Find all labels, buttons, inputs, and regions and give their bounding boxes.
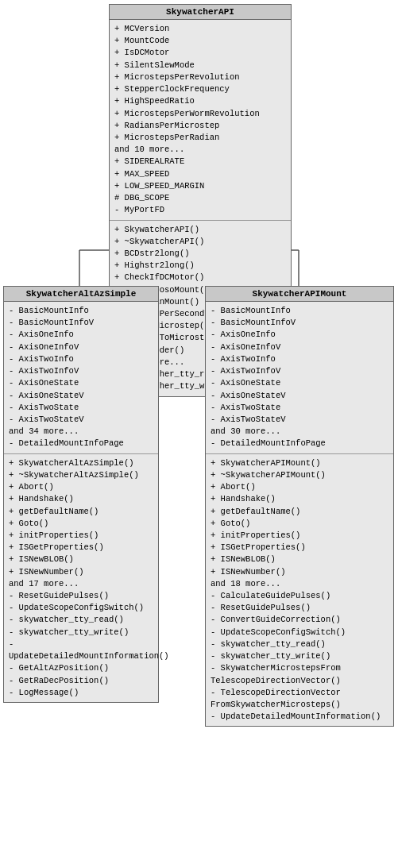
diagram-container: SkywatcherAPI + MCVersion + MountCode + … [0,0,398,868]
altaz-method-1: + SkywatcherAltAzSimple() [9,457,153,469]
apimount-method-17: - SkywatcherMicrostepsFrom [211,662,388,674]
apimount-method-9: + ISNewBLOB() [211,554,388,565]
altaz-attr-more: and 34 more... [9,426,153,438]
apimount-attr-2: - BasicMountInfoV [211,317,388,329]
apimount-method-10: + ISNewNumber() [211,566,388,578]
altaz-method-18: - LogMessage() [9,687,153,699]
altaz-attr-1: - BasicMountInfo [9,305,153,317]
api-attr-5: + MicrostepsPerRevolution [114,71,286,83]
apimount-method-5: + getDefaultName() [211,506,388,518]
api-attr-9: + RadiansPerMicrostep [114,120,286,132]
apimount-method-2: + ~SkywatcherAPIMount() [211,469,388,481]
apimount-method-14: - UpdateScopeConfigSwitch() [211,627,388,638]
altaz-method-5: + getDefaultName() [9,506,153,518]
altaz-method-3: + Abort() [9,481,153,493]
apimount-attr-8: - AxisOneStateV [211,390,388,402]
skywatcher-altaz-box: SkywatcherAltAzSimple - BasicMountInfo -… [3,286,159,703]
api-method-2: + ~SkywatcherAPI() [114,236,286,248]
apimount-method-7: + initProperties() [211,530,388,542]
altaz-method-10: + ISNewNumber() [9,566,153,578]
altaz-method-17: - GetRaDecPosition() [9,675,153,687]
apimount-attr-6: - AxisTwoInfoV [211,365,388,377]
apimount-method-11: - CalculateGuidePulses() [211,590,388,602]
skywatcher-altaz-title: SkywatcherAltAzSimple [4,287,158,302]
altaz-method-2: + ~SkywatcherAltAzSimple() [9,469,153,481]
api-attr-3: + IsDCMotor [114,47,286,59]
apimount-method-12: - ResetGuidePulses() [211,602,388,614]
altaz-method-15: - UpdateDetailedMountInformation() [9,638,153,662]
apimount-attr-11: - DetailedMountInfoPage [211,438,388,449]
api-attr-15: - MyPortFD [114,204,286,216]
api-attr-more1: and 10 more... [114,144,286,156]
api-method-3: + BCDstr2long() [114,248,286,260]
altaz-method-9: + ISNewBLOB() [9,554,153,565]
altaz-attr-4: - AxisOneInfoV [9,341,153,353]
apimount-method-8: + ISGetProperties() [211,542,388,554]
apimount-method-3: + Abort() [211,481,388,493]
altaz-attr-10: - AxisTwoStateV [9,414,153,426]
apimount-attr-more: and 30 more... [211,426,388,438]
api-attr-10: + MicrostepsPerRadian [114,132,286,144]
skywatcher-apimount-section1: - BasicMountInfo - BasicMountInfoV - Axi… [206,302,393,454]
apimount-attr-4: - AxisOneInfoV [211,341,388,353]
apimount-method-6: + Goto() [211,518,388,530]
skywatcher-altaz-section2: + SkywatcherAltAzSimple() + ~SkywatcherA… [4,454,158,702]
api-attr-11: + SIDEREALRATE [114,156,286,168]
api-attr-14: # DBG_SCOPE [114,192,286,204]
apimount-attr-10: - AxisTwoStateV [211,414,388,426]
altaz-attr-9: - AxisTwoState [9,402,153,414]
api-attr-8: + MicrostepsPerWormRevolution [114,108,286,120]
altaz-method-4: + Handshake() [9,493,153,505]
skywatcher-api-section1: + MCVersion + MountCode + IsDCMotor + Si… [110,20,291,221]
skywatcher-api-title: SkywatcherAPI [110,5,291,20]
altaz-method-13: - skywatcher_tty_read() [9,614,153,626]
apimount-method-13: - ConvertGuideCorrection() [211,614,388,626]
skywatcher-altaz-section1: - BasicMountInfo - BasicMountInfoV - Axi… [4,302,158,454]
altaz-method-11: - ResetGuidePulses() [9,590,153,602]
apimount-attr-3: - AxisOneInfo [211,329,388,341]
api-attr-2: + MountCode [114,35,286,47]
api-method-1: + SkywatcherAPI() [114,224,286,236]
apimount-method-17b: TelescopeDirectionVector() [211,675,388,687]
apimount-method-18b: FromSkywatcherMicrosteps() [211,699,388,711]
apimount-method-16: - skywatcher_tty_write() [211,650,388,662]
altaz-attr-8: - AxisOneStateV [9,390,153,402]
altaz-method-14: - skywatcher_tty_write() [9,627,153,638]
api-attr-7: + HighSpeedRatio [114,95,286,107]
apimount-method-15: - skywatcher_tty_read() [211,638,388,650]
apimount-method-4: + Handshake() [211,493,388,505]
altaz-attr-6: - AxisTwoInfoV [9,365,153,377]
apimount-method-18: - TelescopeDirectionVector [211,687,388,699]
altaz-method-7: + initProperties() [9,530,153,542]
api-attr-4: + SilentSlewMode [114,60,286,71]
altaz-method-12: - UpdateScopeConfigSwitch() [9,602,153,614]
api-method-4: + Highstr2long() [114,260,286,272]
apimount-method-1: + SkywatcherAPIMount() [211,457,388,469]
altaz-method-more: and 17 more... [9,578,153,590]
api-attr-6: + StepperClockFrequency [114,83,286,95]
skywatcher-apimount-box: SkywatcherAPIMount - BasicMountInfo - Ba… [205,286,394,727]
apimount-method-19: - UpdateDetailedMountInformation() [211,711,388,723]
altaz-attr-3: - AxisOneInfo [9,329,153,341]
altaz-attr-11: - DetailedMountInfoPage [9,438,153,449]
altaz-method-6: + Goto() [9,518,153,530]
altaz-method-16: - GetAltAzPosition() [9,662,153,674]
api-attr-13: + LOW_SPEED_MARGIN [114,180,286,192]
apimount-attr-9: - AxisTwoState [211,402,388,414]
apimount-attr-1: - BasicMountInfo [211,305,388,317]
altaz-method-8: + ISGetProperties() [9,542,153,554]
skywatcher-apimount-title: SkywatcherAPIMount [206,287,393,302]
altaz-attr-2: - BasicMountInfoV [9,317,153,329]
skywatcher-apimount-section2: + SkywatcherAPIMount() + ~SkywatcherAPIM… [206,454,393,727]
api-attr-1: + MCVersion [114,23,286,35]
altaz-attr-5: - AxisTwoInfo [9,353,153,365]
api-method-5: + CheckIfDCMotor() [114,272,286,284]
apimount-attr-7: - AxisOneState [211,377,388,389]
apimount-attr-5: - AxisTwoInfo [211,353,388,365]
api-attr-12: + MAX_SPEED [114,168,286,180]
altaz-attr-7: - AxisOneState [9,377,153,389]
apimount-method-more: and 18 more... [211,578,388,590]
